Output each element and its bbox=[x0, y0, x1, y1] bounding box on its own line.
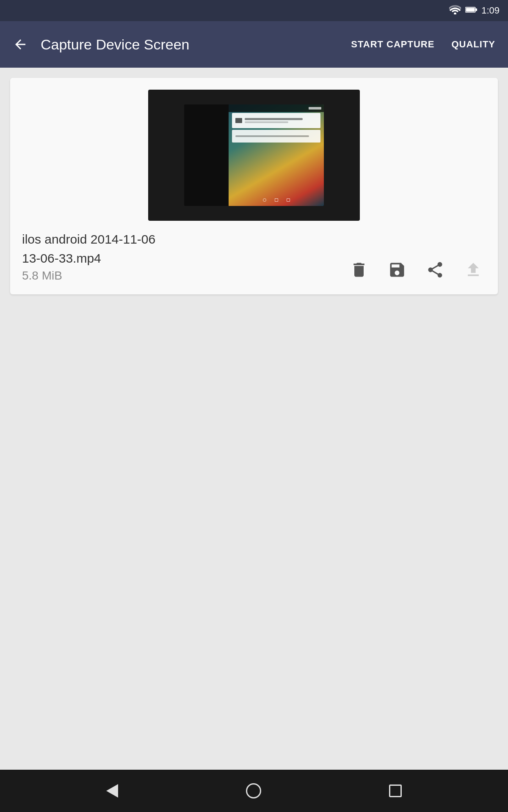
status-icons: 1:09 bbox=[449, 5, 500, 16]
thumbnail-container bbox=[22, 90, 486, 221]
svg-rect-3 bbox=[466, 8, 475, 12]
recording-card: ilos android 2014-11-06 13-06-33.mp4 5.8… bbox=[10, 78, 498, 294]
nav-recents-button[interactable] bbox=[385, 780, 406, 801]
nav-home-icon bbox=[246, 783, 261, 798]
file-size: 5.8 MiB bbox=[22, 269, 346, 283]
nav-recents-icon bbox=[389, 785, 402, 797]
upload-button[interactable] bbox=[461, 257, 486, 283]
nav-home-button[interactable] bbox=[242, 779, 265, 803]
file-info: ilos android 2014-11-06 13-06-33.mp4 5.8… bbox=[22, 231, 486, 283]
svg-rect-2 bbox=[475, 8, 477, 11]
save-button[interactable] bbox=[384, 257, 410, 283]
nav-back-icon bbox=[106, 784, 118, 798]
app-bar: Capture Device Screen START CAPTURE QUAL… bbox=[0, 21, 508, 68]
back-button[interactable] bbox=[13, 37, 28, 52]
recording-thumbnail[interactable] bbox=[148, 90, 360, 221]
quality-button[interactable]: QUALITY bbox=[451, 39, 495, 50]
status-bar: 1:09 bbox=[0, 0, 508, 21]
app-bar-actions: START CAPTURE QUALITY bbox=[351, 39, 495, 50]
page-title: Capture Device Screen bbox=[41, 36, 351, 53]
file-name-line2: 13-06-33.mp4 bbox=[22, 250, 346, 266]
file-name-line1: ilos android 2014-11-06 bbox=[22, 231, 346, 247]
file-actions bbox=[346, 257, 486, 283]
status-time: 1:09 bbox=[481, 5, 500, 16]
start-capture-button[interactable]: START CAPTURE bbox=[351, 39, 434, 50]
share-button[interactable] bbox=[422, 257, 448, 283]
file-details: ilos android 2014-11-06 13-06-33.mp4 5.8… bbox=[22, 231, 346, 283]
nav-back-button[interactable] bbox=[102, 780, 122, 802]
wifi-icon bbox=[449, 5, 461, 16]
nav-bar bbox=[0, 770, 508, 812]
main-content: ilos android 2014-11-06 13-06-33.mp4 5.8… bbox=[0, 68, 508, 770]
svg-point-0 bbox=[454, 12, 456, 14]
delete-button[interactable] bbox=[346, 257, 372, 283]
battery-icon bbox=[465, 5, 477, 16]
